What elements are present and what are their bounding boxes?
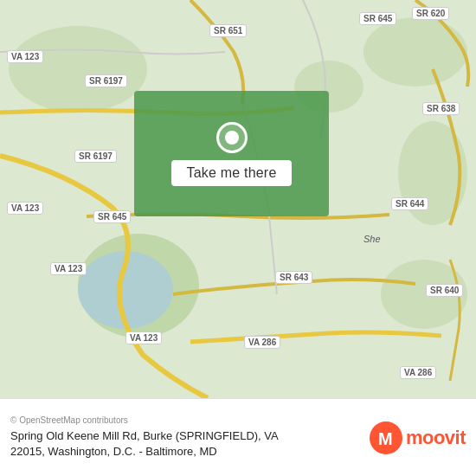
road-label-sr645b: SR 645 xyxy=(93,210,131,223)
road-label-va286b: VA 286 xyxy=(400,366,436,379)
footer-address: Spring Old Keene Mill Rd, Burke (SPRINGF… xyxy=(10,428,361,460)
map-highlight-region: Take me there xyxy=(134,91,329,216)
moovit-icon: M xyxy=(370,421,402,454)
svg-point-2 xyxy=(363,17,467,87)
road-label-va123b: VA 123 xyxy=(7,202,43,215)
road-label-va123d: VA 123 xyxy=(125,331,162,344)
moovit-m-icon: M xyxy=(376,428,396,448)
footer-text-block: © OpenStreetMap contributors Spring Old … xyxy=(10,415,361,460)
moovit-logo: M moovit xyxy=(370,421,466,454)
address-line1: Spring Old Keene Mill Rd, Burke (SPRINGF… xyxy=(10,429,279,442)
pin-outer-circle xyxy=(216,122,248,153)
road-label-sr6197a: SR 6197 xyxy=(85,74,127,87)
road-label-sr645: SR 645 xyxy=(359,12,396,25)
she-partial-label: She xyxy=(363,234,381,244)
svg-text:M: M xyxy=(378,429,393,448)
road-label-sr644: SR 644 xyxy=(391,197,428,210)
road-label-sr638: SR 638 xyxy=(422,102,460,115)
moovit-text: moovit xyxy=(406,427,466,449)
pin-inner-circle xyxy=(225,131,239,145)
road-label-va123c: VA 123 xyxy=(50,262,87,275)
road-label-sr640: SR 640 xyxy=(426,284,463,297)
road-label-sr620: SR 620 xyxy=(412,7,449,20)
road-label-va286a: VA 286 xyxy=(244,336,280,349)
address-line2: 22015, Washington, D.C. - Baltimore, MD xyxy=(10,445,217,458)
map-container: SR 620 SR 651 SR 645 SR 6197 SR 638 SR 6… xyxy=(0,0,476,398)
road-label-sr651: SR 651 xyxy=(209,24,247,37)
svg-point-1 xyxy=(9,26,147,113)
road-label-sr643: SR 643 xyxy=(275,271,312,284)
footer: © OpenStreetMap contributors Spring Old … xyxy=(0,398,476,476)
road-label-va123a: VA 123 xyxy=(7,50,43,63)
footer-attribution: © OpenStreetMap contributors xyxy=(10,415,361,425)
location-pin xyxy=(216,122,248,153)
road-label-sr6197b: SR 6197 xyxy=(74,150,117,163)
take-me-there-button[interactable]: Take me there xyxy=(171,160,293,186)
